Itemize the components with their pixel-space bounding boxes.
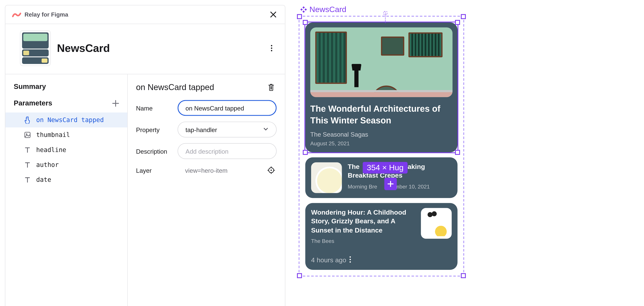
- plugin-title: Relay for Figma: [24, 11, 68, 18]
- param-item-label: date: [36, 176, 51, 184]
- hero-date: August 25, 2021: [310, 140, 452, 146]
- detail-panel: on NewsCard tapped Name on NewsCard tapp…: [128, 74, 285, 306]
- row-author: The Bees: [311, 238, 415, 244]
- component-icon: [300, 6, 307, 13]
- delete-parameter-button[interactable]: [266, 82, 276, 93]
- text-icon: [24, 147, 31, 153]
- param-item-date[interactable]: date: [5, 172, 127, 187]
- component-thumbnail: [20, 31, 50, 66]
- layer-value: view=hero-item: [178, 167, 259, 174]
- description-label: Description: [136, 148, 171, 155]
- component-header: NewsCard: [5, 24, 285, 74]
- figma-canvas[interactable]: NewsCard The Wonderful Architectures of …: [299, 5, 464, 306]
- svg-point-15: [349, 256, 351, 258]
- selection-handle[interactable]: [303, 150, 308, 155]
- param-item-author[interactable]: author: [5, 157, 127, 172]
- image-icon: [24, 132, 31, 138]
- svg-rect-14: [302, 10, 305, 13]
- newscard-row[interactable]: Wondering Hour: A Childhood Story, Grizz…: [305, 203, 458, 270]
- svg-rect-11: [302, 6, 305, 9]
- plugin-titlebar: Relay for Figma: [5, 5, 285, 24]
- svg-point-7: [270, 169, 272, 171]
- relay-logo-icon: [12, 11, 21, 17]
- sidebar-summary-heading[interactable]: Summary: [5, 81, 127, 96]
- param-item-label: on NewsCard tapped: [36, 116, 104, 124]
- insert-handle[interactable]: [384, 178, 397, 190]
- hero-author: The Seasonal Sagas: [310, 131, 452, 138]
- text-icon: [24, 161, 31, 168]
- selection-handle[interactable]: [455, 20, 460, 25]
- text-icon: [24, 176, 31, 183]
- row-more-button[interactable]: [346, 256, 354, 265]
- svg-point-16: [349, 259, 351, 260]
- hero-thumbnail: [310, 27, 452, 97]
- svg-point-1: [271, 47, 272, 49]
- property-select[interactable]: tap-handler: [178, 122, 276, 138]
- hero-headline: The Wonderful Architectures of This Wint…: [310, 103, 452, 127]
- plugin-panel: Relay for Figma NewsCard Summary Paramet…: [5, 5, 286, 306]
- param-item-label: thumbnail: [36, 131, 70, 139]
- param-item-label: author: [36, 161, 59, 168]
- component-title: NewsCard: [57, 42, 260, 55]
- row-thumbnail: [311, 162, 342, 193]
- svg-point-5: [26, 134, 27, 135]
- row-thumbnail: [421, 208, 452, 239]
- row-age: 4 hours ago: [311, 257, 346, 264]
- property-label: Property: [136, 126, 171, 133]
- chevron-down-icon: [263, 126, 269, 133]
- target-layer-button[interactable]: [266, 165, 276, 176]
- description-input[interactable]: Add description: [178, 143, 276, 159]
- parameter-list: on NewsCard tapped thumbnail headline: [5, 113, 127, 187]
- add-parameter-button[interactable]: [110, 98, 122, 109]
- canvas-component-label[interactable]: NewsCard: [300, 5, 464, 14]
- component-frame[interactable]: The Wonderful Architectures of This Wint…: [299, 16, 464, 277]
- name-label: Name: [136, 105, 171, 112]
- sidebar-parameters-heading: Parameters: [14, 99, 52, 108]
- row-meta: Morning Bre ovember 10, 2021: [348, 183, 452, 190]
- param-item-thumbnail[interactable]: thumbnail: [5, 127, 127, 142]
- svg-rect-12: [300, 8, 303, 11]
- svg-point-0: [271, 45, 272, 46]
- center-tick: [384, 11, 387, 15]
- param-item-headline[interactable]: headline: [5, 143, 127, 157]
- newscard-hero[interactable]: The Wonderful Architectures of This Wint…: [305, 22, 458, 152]
- close-button[interactable]: [268, 9, 278, 19]
- param-item-label: headline: [36, 146, 66, 154]
- name-input[interactable]: on NewsCard tapped: [178, 100, 276, 116]
- row-headline: Wondering Hour: A Childhood Story, Grizz…: [311, 208, 415, 235]
- svg-rect-13: [304, 8, 307, 11]
- selection-handle[interactable]: [303, 20, 308, 25]
- tap-icon: [24, 116, 31, 124]
- svg-point-17: [349, 262, 351, 263]
- sidebar: Summary Parameters on NewsCard tapped: [5, 74, 128, 306]
- component-menu-button[interactable]: [267, 43, 277, 53]
- size-badge: 354 × Hug: [363, 162, 408, 173]
- svg-point-2: [271, 50, 272, 51]
- detail-title: on NewsCard tapped: [136, 82, 214, 92]
- layer-label: Layer: [136, 167, 171, 174]
- param-item-tap[interactable]: on NewsCard tapped: [5, 113, 127, 127]
- selection-handle[interactable]: [455, 150, 460, 155]
